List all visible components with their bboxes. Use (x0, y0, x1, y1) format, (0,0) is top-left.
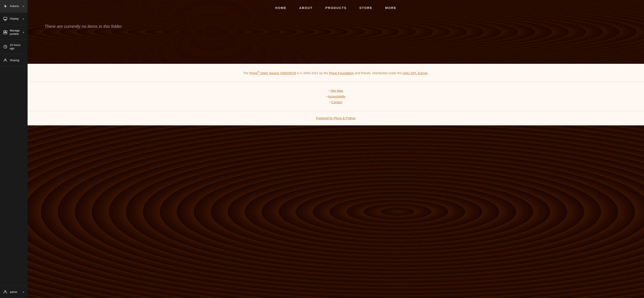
clock-icon (3, 44, 8, 49)
empty-folder-message: There are currently no items in this fol… (44, 24, 627, 29)
footer-copyright: The Plone® Open Source CMS/WCM is © 2000… (28, 64, 644, 82)
admin-label: admin (10, 290, 17, 293)
lightning-icon (3, 4, 8, 9)
sidebar-item-display-label: Display (10, 17, 20, 20)
footer-links: Site Map Accessibility Contact (28, 82, 644, 111)
display-icon (3, 16, 8, 21)
sidebar-item-display[interactable]: Display ► (0, 13, 28, 25)
svg-marker-0 (4, 5, 6, 8)
nav-home[interactable]: HOME (275, 6, 286, 10)
chevron-right-icon-2: ► (22, 18, 24, 20)
sharing-icon (3, 58, 8, 63)
chevron-right-icon: ► (22, 5, 24, 8)
copyright-prefix: The (243, 71, 249, 75)
sidebar-item-manage-portlets-label: Manage portlets (10, 29, 20, 36)
sidebar-item-history-label: 15 hours ago (10, 43, 24, 50)
svg-line-9 (5, 47, 6, 47)
copyright-text: The Plone® Open Source CMS/WCM is © 2000… (36, 70, 636, 76)
nav-products[interactable]: PRODUCTS (325, 6, 346, 10)
accessibility-link[interactable]: Accessibility (328, 95, 346, 98)
portlets-icon (3, 30, 8, 35)
sidebar: Actions ► Display ► Manage portlets ► (0, 0, 28, 298)
sidebar-item-history[interactable]: 15 hours ago (0, 40, 28, 54)
svg-point-10 (5, 59, 6, 60)
sidebar-item-sharing[interactable]: Sharing (0, 54, 28, 67)
nav-store[interactable]: STORE (360, 6, 372, 10)
svg-rect-6 (4, 33, 7, 34)
gpl-link[interactable]: GNU GPL license (403, 71, 428, 75)
svg-rect-5 (6, 31, 7, 32)
sidebar-item-actions[interactable]: Actions ► (0, 0, 28, 13)
coffee-hero: HOME ABOUT PRODUCTS STORE MORE There are… (28, 0, 644, 64)
admin-chevron-icon: ► (22, 291, 24, 293)
footer-link-contact: Contact (36, 99, 636, 105)
content-area: There are currently no items in this fol… (28, 16, 644, 64)
footer-powered: Powered by Plone & Python (28, 111, 644, 125)
plone-foundation-link[interactable]: Plone Foundation (329, 71, 354, 75)
powered-by-link[interactable]: Powered by Plone & Python (316, 116, 356, 120)
svg-rect-1 (4, 17, 7, 20)
coffee-bottom-decoration (28, 125, 644, 298)
plone-cms-link[interactable]: Plone® Open Source CMS/WCM (249, 71, 296, 75)
admin-user-icon (3, 289, 8, 294)
nav-more[interactable]: MORE (385, 6, 396, 10)
sidebar-item-sharing-label: Sharing (10, 59, 24, 62)
sidebar-item-manage-portlets[interactable]: Manage portlets ► (0, 25, 28, 40)
footer-link-accessibility: Accessibility (36, 93, 636, 99)
sidebar-admin[interactable]: admin ► (0, 285, 28, 298)
svg-rect-4 (4, 31, 5, 32)
main-content: HOME ABOUT PRODUCTS STORE MORE There are… (28, 0, 644, 298)
contact-link[interactable]: Contact (331, 100, 342, 104)
chevron-right-icon-3: ► (22, 31, 24, 33)
sidebar-item-actions-label: Actions (10, 5, 20, 8)
site-map-link[interactable]: Site Map (330, 89, 343, 92)
footer-link-sitemap: Site Map (36, 88, 636, 93)
footer-links-list: Site Map Accessibility Contact (36, 88, 636, 105)
nav-about[interactable]: ABOUT (299, 6, 312, 10)
nav-bar: HOME ABOUT PRODUCTS STORE MORE (28, 0, 644, 16)
